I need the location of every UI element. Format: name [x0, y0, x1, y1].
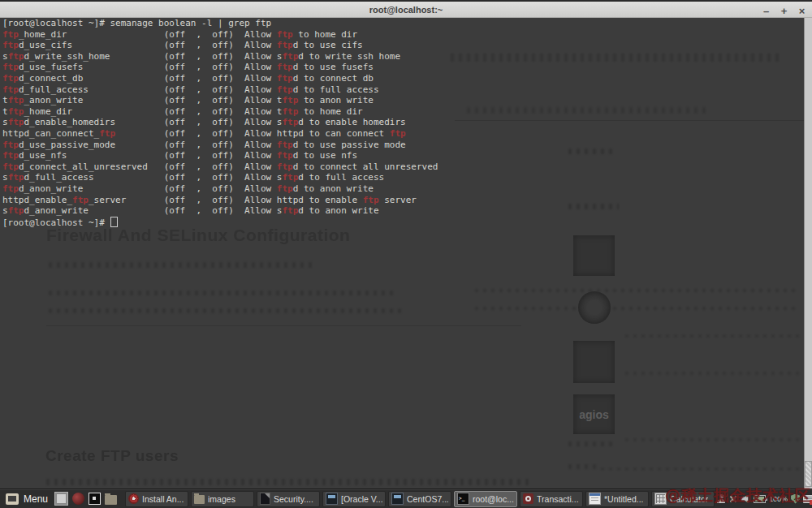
grep-match: ftp: [282, 95, 298, 105]
grep-match: ftp: [282, 106, 298, 117]
window-titlebar[interactable]: root@localhost:~ – + ×: [0, 0, 812, 18]
browser-launcher-icon[interactable]: [72, 493, 84, 505]
terminal-output: [root@localhost ~]# semanage boolean -l …: [2, 18, 438, 227]
task-button-folder[interactable]: images: [191, 491, 254, 507]
filemanager-launcher-icon[interactable]: [105, 495, 117, 505]
ghost-thumbnail-logo: [578, 291, 611, 324]
task-button-calculator[interactable]: Calculator: [651, 491, 715, 507]
terminal-output-line: sftpd_enable_homedirs (off , off) Allow …: [2, 117, 438, 128]
battery-icon[interactable]: [754, 495, 766, 503]
terminal-output-line: ftpd_connect_db (off , off) Allow ftpd t…: [2, 73, 438, 84]
terminal-icon: [457, 493, 469, 505]
terminal-command-line: [root@localhost ~]# semanage boolean -l …: [2, 18, 438, 29]
window-controls: – + ×: [761, 3, 807, 18]
calculator-icon: [654, 493, 667, 505]
grep-match: ftp: [8, 172, 24, 183]
grep-match: ftp: [277, 84, 293, 95]
transaction-icon: [523, 493, 533, 504]
terminal-output-line: ftpd_use_nfs (off , off) Allow ftpd to u…: [2, 150, 438, 161]
ghost-text-smudge: [625, 334, 800, 338]
menu-icon: [6, 493, 19, 505]
grep-match: ftp: [72, 195, 89, 205]
screenshot-launcher-icon[interactable]: [54, 492, 68, 506]
ghost-text-smudge: [451, 54, 784, 62]
ghost-text-smudge: [49, 291, 398, 295]
tools-icon[interactable]: [728, 494, 738, 504]
vm-icon: [326, 493, 338, 505]
task-label: Transacti...: [537, 494, 579, 504]
ghost-divider: [46, 325, 521, 326]
grep-match: ftp: [282, 117, 298, 127]
task-button-document[interactable]: Security....: [257, 491, 320, 507]
terminal-cursor: [110, 217, 118, 227]
terminal-output-line: ftp_home_dir (off , off) Allow ftp to ho…: [2, 29, 438, 41]
task-button-terminal[interactable]: root@loc...: [454, 491, 517, 507]
grep-match: ftp: [2, 150, 19, 161]
grep-match: ftp: [277, 161, 293, 172]
document-icon: [260, 493, 270, 505]
terminal-output-line: tftp_anon_write (off , off) Allow tftp t…: [2, 95, 438, 106]
window-title: root@localhost:~: [369, 5, 443, 15]
ghost-thumbnail: [573, 341, 615, 383]
grep-match: ftp: [277, 150, 293, 161]
system-tray: 100% 13:11: [717, 494, 812, 504]
grep-match: ftp: [282, 172, 298, 183]
ghost-thumbnail-label: agios: [573, 394, 615, 434]
grep-match: ftp: [277, 40, 293, 50]
menu-button[interactable]: Menu: [3, 489, 53, 508]
grep-match: ftp: [277, 73, 293, 84]
grep-match: ftp: [277, 29, 293, 40]
user-switcher-icon[interactable]: [717, 494, 725, 503]
minimize-button[interactable]: –: [761, 6, 771, 16]
task-button-vm[interactable]: CentOS7...: [388, 491, 451, 507]
folder-icon: [194, 495, 205, 504]
terminal-output-line: ftpd_use_passive_mode (off , off) Allow …: [2, 140, 438, 151]
grep-match: ftp: [99, 128, 115, 139]
ghost-thumbnail-nagios: agios: [573, 394, 615, 434]
ghost-text-smudge: [475, 289, 800, 292]
ghost-text-smudge: [46, 479, 533, 485]
grep-match: ftp: [2, 29, 19, 40]
task-label: Calculator: [670, 494, 708, 504]
close-button[interactable]: ×: [797, 6, 807, 16]
taskbar-panel: Menu Install An...imagesSecurity....[Ora…: [0, 489, 812, 508]
desktop: root@localhost:~ – + × Firewall And SELi…: [0, 0, 812, 508]
task-button-vm[interactable]: [Oracle V...: [322, 491, 386, 507]
grep-match: ftp: [8, 205, 24, 216]
terminal-window[interactable]: Firewall And SELinux Configuration agios: [0, 16, 812, 489]
grep-match: ftp: [8, 106, 24, 117]
task-button-notepad[interactable]: *Untitled...: [585, 491, 649, 507]
ghost-divider: [455, 120, 804, 121]
ghost-thumbnail: [573, 235, 615, 276]
notepad-icon: [589, 493, 601, 505]
grep-match: ftp: [282, 205, 298, 216]
terminal-output-line: httpd_enable_ftp_server (off , off) Allo…: [2, 195, 438, 206]
maximize-button[interactable]: +: [779, 6, 789, 16]
grep-match: ftp: [2, 84, 19, 95]
terminal-output-line: ftpd_anon_write (off , off) Allow ftpd t…: [2, 183, 438, 195]
grep-match: ftp: [2, 40, 19, 50]
scrollbar-thumb[interactable]: [805, 461, 812, 487]
menu-label: Menu: [24, 493, 48, 505]
task-button-installer[interactable]: Install An...: [125, 491, 188, 507]
ghost-text-smudge: [601, 467, 800, 471]
grep-match: ftp: [8, 95, 24, 105]
terminal-output-line: ftpd_use_fusefs (off , off) Allow ftpd t…: [2, 62, 438, 73]
terminal-scrollbar[interactable]: [804, 18, 812, 489]
terminal-output-line: ftpd_connect_all_unreserved (off , off) …: [2, 161, 438, 173]
volume-icon[interactable]: [741, 495, 750, 503]
task-button-transaction[interactable]: Transacti...: [520, 491, 583, 507]
ghost-text-smudge: [625, 438, 800, 441]
ghost-text-smudge: [568, 441, 613, 446]
imageviewer-launcher-icon[interactable]: [89, 493, 101, 505]
grep-match: ftp: [2, 183, 19, 194]
battery-percentage: 100%: [769, 495, 788, 503]
grep-match: ftp: [8, 51, 24, 62]
grep-match: ftp: [2, 73, 19, 84]
ghost-text-smudge: [625, 372, 800, 375]
terminal-output-line: tftp_home_dir (off , off) Allow tftp to …: [2, 106, 438, 118]
security-shield-icon[interactable]: [791, 494, 800, 504]
software-update-icon[interactable]: [803, 495, 812, 503]
installer-icon: [128, 493, 139, 504]
window-task-list: Install An...imagesSecurity....[Oracle V…: [125, 489, 717, 508]
